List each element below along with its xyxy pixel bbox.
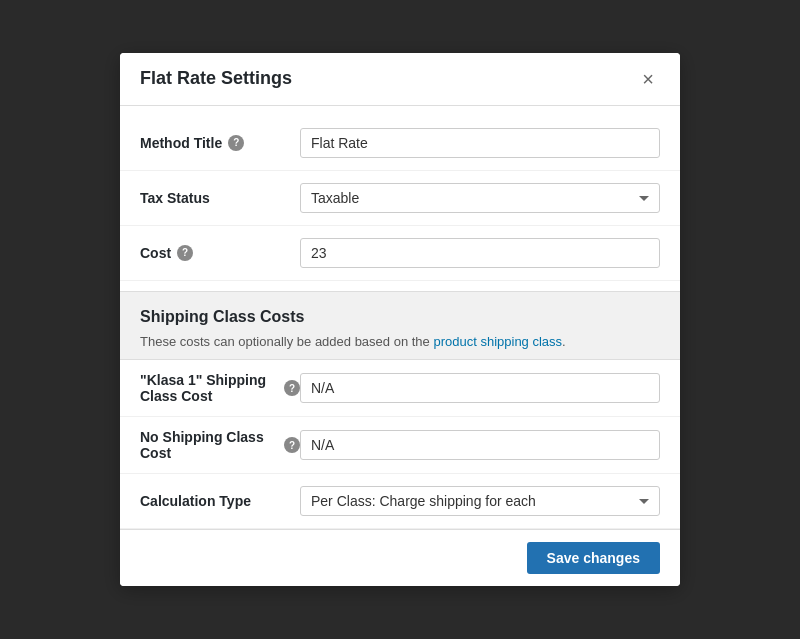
no-shipping-help-icon[interactable]: ?: [284, 437, 300, 453]
flat-rate-settings-modal: Flat Rate Settings × Method Title ?: [120, 53, 680, 587]
calculation-type-label: Calculation Type: [140, 493, 300, 509]
top-section: Method Title ? Tax Status Taxable None: [120, 106, 680, 291]
modal-header: Flat Rate Settings ×: [120, 53, 680, 106]
cost-help-icon[interactable]: ?: [177, 245, 193, 261]
cost-label: Cost ?: [140, 245, 300, 261]
cost-input[interactable]: [300, 238, 660, 268]
no-shipping-input[interactable]: [300, 430, 660, 460]
close-button[interactable]: ×: [636, 67, 660, 91]
method-title-label: Method Title ?: [140, 135, 300, 151]
tax-status-label: Tax Status: [140, 190, 300, 206]
modal-overlay: Flat Rate Settings × Method Title ?: [0, 0, 800, 639]
shipping-class-desc: These costs can optionally be added base…: [140, 332, 660, 352]
cost-row: Cost ?: [120, 226, 680, 281]
modal-title: Flat Rate Settings: [140, 68, 292, 89]
tax-status-select[interactable]: Taxable None: [300, 183, 660, 213]
method-title-input[interactable]: [300, 128, 660, 158]
method-title-row: Method Title ?: [120, 116, 680, 171]
calculation-type-row: Calculation Type Per Class: Charge shipp…: [120, 474, 680, 529]
shipping-class-section: Shipping Class Costs These costs can opt…: [120, 291, 680, 361]
tax-status-select-wrapper: Taxable None: [300, 183, 660, 213]
tax-status-row: Tax Status Taxable None: [120, 171, 680, 226]
no-shipping-row: No Shipping Class Cost ?: [120, 417, 680, 474]
klasa1-help-icon[interactable]: ?: [284, 380, 300, 396]
klasa1-input[interactable]: [300, 373, 660, 403]
klasa1-label: "Klasa 1" Shipping Class Cost ?: [140, 372, 300, 404]
bottom-section: "Klasa 1" Shipping Class Cost ? No Shipp…: [120, 360, 680, 529]
product-shipping-class-link[interactable]: product shipping class: [433, 334, 562, 349]
klasa1-row: "Klasa 1" Shipping Class Cost ?: [120, 360, 680, 417]
calculation-type-select-wrapper: Per Class: Charge shipping for each Per …: [300, 486, 660, 516]
no-shipping-label: No Shipping Class Cost ?: [140, 429, 300, 461]
shipping-class-title: Shipping Class Costs: [140, 308, 660, 326]
calculation-type-select[interactable]: Per Class: Charge shipping for each Per …: [300, 486, 660, 516]
modal-footer: Save changes: [120, 529, 680, 586]
method-title-help-icon[interactable]: ?: [228, 135, 244, 151]
save-changes-button[interactable]: Save changes: [527, 542, 660, 574]
modal-body: Method Title ? Tax Status Taxable None: [120, 106, 680, 530]
